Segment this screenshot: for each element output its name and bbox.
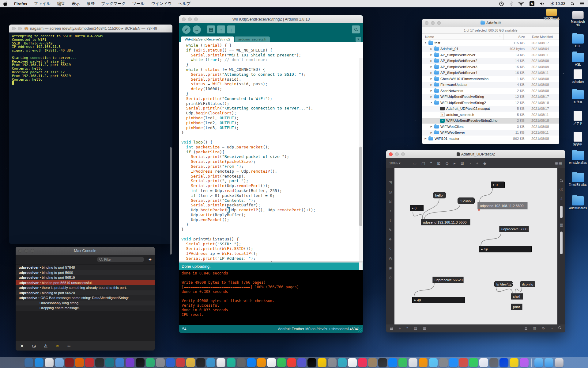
patch-message-hello[interactable]: hello	[433, 192, 446, 198]
finder-row-WiFi101-master[interactable]: ▶WiFi101-master862 KB2021/08/08	[422, 136, 559, 142]
code-editor[interactable]: while (!Serial) { } if (WiFi.status() ==…	[179, 42, 363, 261]
finder-row-WiFiWebClient[interactable]: ▶WiFiWebClient3 KB2021/08/08	[422, 124, 559, 130]
patch-message-ifconfig[interactable]: ifconfig	[520, 281, 535, 287]
note-icon[interactable]: ♪	[390, 209, 391, 213]
dock-icon-6[interactable]	[75, 358, 84, 367]
button-icon[interactable]: ⊙	[445, 161, 449, 166]
editor-scrollbar[interactable]	[359, 58, 363, 276]
finder-traffic-lights[interactable]	[425, 21, 441, 25]
terminal-titlebar[interactable]: nagasm — screen /dev/tty.usbmodem146341 …	[9, 25, 172, 33]
grid-toggle-icon[interactable]: ▦▦	[555, 161, 562, 165]
comment-icon[interactable]: ❝	[430, 161, 432, 166]
time-machine-icon[interactable]	[499, 1, 504, 6]
dock-icon-28[interactable]	[297, 358, 306, 367]
dock-icon-36[interactable]	[378, 358, 387, 367]
finder-row-FirmwareUpdater[interactable]: ▶FirmwareUpdater4 KB2021/08/08	[422, 82, 559, 88]
save-sketch-button[interactable]: ↓	[227, 25, 235, 33]
notification-center-icon[interactable]	[580, 2, 584, 5]
slider-icon[interactable]: ⊟	[461, 161, 464, 166]
toggle-icon[interactable]: ⊠	[437, 161, 440, 166]
dock-icon-18[interactable]	[196, 358, 205, 367]
finder-row-WiFiUdpSendReceiveString[interactable]: ▶WiFiUdpSendReceiveString12 KB2021/08/17	[422, 94, 559, 100]
column-header-name[interactable]: Name⌃	[422, 34, 504, 40]
dock-icon-30[interactable]	[318, 358, 326, 367]
compiler-console[interactable]: done in 0.846 seconds Write 49008 bytes …	[179, 270, 363, 325]
clear-console-icon[interactable]: ✕	[20, 343, 24, 349]
tab-secrets[interactable]: arduino_secrets.h	[235, 36, 270, 42]
clock-icon[interactable]: ◴	[389, 256, 392, 261]
finder-row-WiFiUdpSendReceiveString2.ino[interactable]: ∞WiFiUdpSendReceiveString2.ino2 KB2021/0…	[422, 118, 559, 124]
filter-field[interactable]: Filter	[97, 257, 144, 262]
right-rail-meter[interactable]	[560, 232, 563, 254]
dock-icon-44[interactable]	[459, 358, 468, 367]
dock-icon-48[interactable]	[499, 358, 508, 367]
disclosure-triangle[interactable]: ▶	[430, 125, 433, 128]
patch-number-left[interactable]: ▶0	[410, 205, 424, 211]
dock-icon-1[interactable]	[24, 358, 33, 367]
dock-icon-15[interactable]	[166, 358, 175, 367]
spotlight-icon[interactable]	[571, 2, 574, 6]
menu-item-1[interactable]: ファイル	[31, 0, 54, 7]
verify-button[interactable]: ✓	[182, 25, 190, 34]
desktop-icon-メアド[interactable]: メアド	[568, 111, 587, 125]
mixer-icon[interactable]: ▥	[533, 326, 536, 331]
bluetooth-icon[interactable]	[510, 1, 513, 6]
dock-icon-35[interactable]	[368, 358, 377, 367]
disclosure-triangle[interactable]: ▶	[430, 95, 433, 98]
dock-icon-43[interactable]	[449, 358, 458, 367]
finder-row-Adafruit_01[interactable]: ▶Adafruit_01403 bytes2021/08/04	[422, 46, 559, 52]
dock-icon-12[interactable]	[136, 358, 145, 367]
editor-console-splitter[interactable]	[179, 261, 363, 263]
search-icon[interactable]	[560, 179, 563, 182]
dock-icon-4[interactable]	[55, 358, 64, 367]
dock-icon-2[interactable]	[35, 358, 43, 367]
menu-item-3[interactable]: 表示	[69, 0, 83, 7]
terminal-scrollbar[interactable]	[170, 147, 172, 255]
disclosure-triangle[interactable]: ▶	[430, 77, 433, 80]
patch-number-49-left[interactable]: ▶49	[412, 297, 465, 303]
disclosure-triangle[interactable]: ▶	[430, 59, 433, 62]
menu-item-8[interactable]: ヘルプ	[175, 0, 194, 7]
dock-icon-42[interactable]	[439, 358, 448, 367]
patch-object-udpreceive-5600[interactable]: udpreceive 5600	[499, 226, 529, 232]
dock-icon-25[interactable]	[267, 358, 276, 367]
arduino-titlebar[interactable]: WiFiUdpSendReceiveString2 | Arduino 1.8.…	[179, 15, 363, 23]
dock-icon-8[interactable]	[95, 358, 104, 367]
finder-row-test[interactable]: ▼test115 KB2021/08/17	[422, 40, 559, 46]
add-object-icon[interactable]: +	[476, 161, 478, 166]
package-icon[interactable]: ◳	[389, 180, 392, 185]
console-shortcut-icon[interactable]: ≣	[524, 326, 527, 331]
filter-messages-icon[interactable]: ≋	[55, 343, 59, 348]
desktop-icon-schedule[interactable]: schedule	[568, 69, 587, 83]
target-icon[interactable]: ◎	[389, 190, 392, 194]
finder-titlebar[interactable]: Adafruit	[422, 19, 559, 27]
menu-clock[interactable]: 水 10:33	[550, 1, 565, 6]
dock-icon-45[interactable]	[469, 358, 478, 367]
patch-object-udpsend-11-3[interactable]: udpsend 192.168.11.3 5500	[421, 219, 470, 225]
lock-icon[interactable]	[390, 327, 393, 331]
upload-button[interactable]: →	[193, 25, 201, 34]
select-tool-icon[interactable]: ⌖	[399, 326, 401, 331]
max-patch-titlebar[interactable]: Adafruit_UDPtest02	[386, 150, 565, 158]
new-sketch-button[interactable]: ▤	[207, 25, 215, 33]
pencil-icon[interactable]: ✎	[389, 228, 392, 232]
disclosure-triangle[interactable]: ▶	[430, 83, 433, 86]
info-icon[interactable]: ⓘ	[560, 187, 563, 192]
comment-tool-icon[interactable]: ❝	[406, 326, 408, 331]
disclosure-triangle[interactable]: ▼	[430, 101, 433, 104]
paint-icon[interactable]: ◆	[483, 161, 486, 166]
disclosure-triangle[interactable]: ▶	[430, 71, 433, 74]
console-log-row[interactable]: udpreceive • OSC Bad message name string…	[16, 295, 155, 301]
dock-icon-16[interactable]	[176, 358, 185, 367]
dock-icon-10[interactable]	[115, 358, 124, 367]
console-log-row[interactable]: udpreceiver • binding to port 56519	[16, 275, 155, 280]
desktop-icon-お仕事[interactable]: お仕事	[568, 90, 587, 104]
dock-icon-5[interactable]	[65, 358, 74, 367]
desktop-icon-1106[interactable]: 1106	[568, 34, 587, 48]
mic-icon[interactable]: ⌇	[390, 218, 391, 223]
finder-row-WiFiUdpSendReceiveString2[interactable]: ▼WiFiUdpSendReceiveString212 KB2021/08/1…	[422, 100, 559, 106]
finder-row-AP_SimpleWebServer4[interactable]: ▶AP_SimpleWebServer416 KB2021/08/11	[422, 70, 559, 76]
max-console-titlebar[interactable]: Max Console	[16, 247, 155, 255]
dock-icon-27[interactable]	[287, 358, 296, 367]
tab-sketch[interactable]: WiFiUdpSendReceiveString2	[181, 36, 234, 42]
